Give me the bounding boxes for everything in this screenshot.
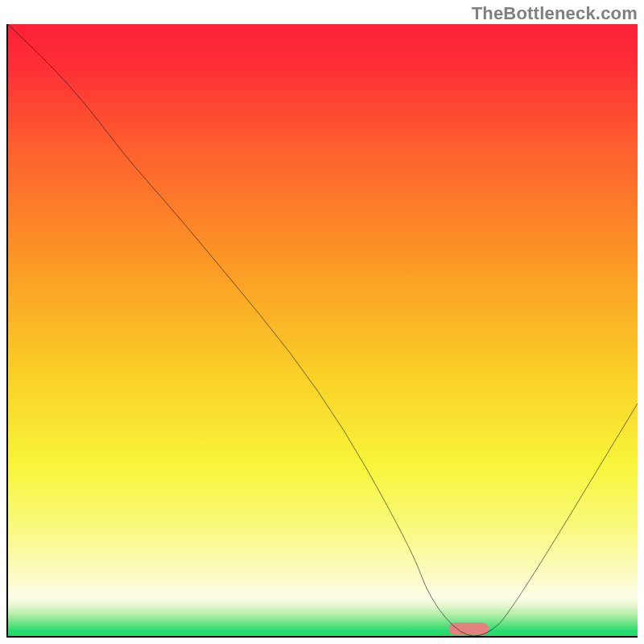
background-gradient [8,24,638,636]
svg-rect-0 [8,24,638,636]
chart-container: TheBottleneck.com [0,0,644,644]
plot-area [6,24,638,638]
optimal-marker [448,622,489,634]
watermark-text: TheBottleneck.com [472,3,638,24]
